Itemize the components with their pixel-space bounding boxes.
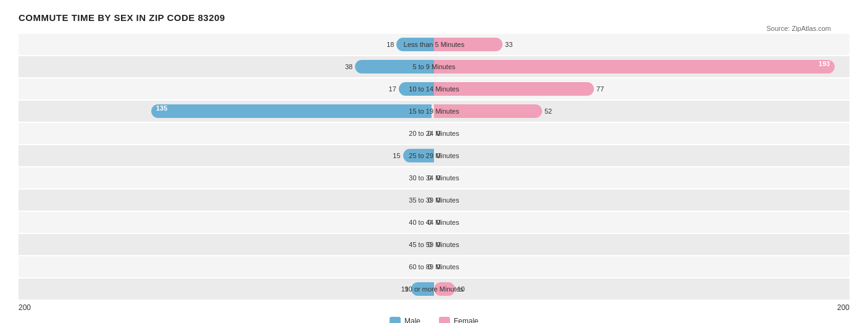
female-value: 0 bbox=[436, 241, 440, 248]
male-value: 0 bbox=[428, 263, 432, 271]
left-section: 17 bbox=[19, 78, 434, 99]
left-section: 0 bbox=[19, 256, 434, 277]
female-bar bbox=[434, 38, 503, 51]
chart-row: 0020 to 24 Minutes bbox=[19, 123, 849, 144]
male-value: 18 bbox=[386, 41, 394, 48]
legend: Male Female bbox=[19, 317, 849, 323]
legend-male-box bbox=[390, 317, 401, 323]
left-section: 0 bbox=[19, 190, 434, 211]
chart-row: 0035 to 39 Minutes bbox=[19, 190, 849, 211]
left-section: 11 bbox=[19, 279, 434, 300]
female-bar: 193 bbox=[434, 60, 835, 73]
left-section: 15 bbox=[19, 145, 434, 166]
chart-row: 0045 to 59 Minutes bbox=[19, 234, 849, 255]
male-value: 11 bbox=[401, 285, 409, 293]
left-section: 18 bbox=[19, 34, 434, 55]
chart-row: 0030 to 34 Minutes bbox=[19, 167, 849, 188]
chart-row: 1355215 to 19 Minutes bbox=[19, 101, 849, 122]
female-value: 33 bbox=[505, 41, 512, 48]
female-value: 77 bbox=[596, 85, 604, 93]
left-section: 0 bbox=[19, 167, 434, 188]
right-section: 193 bbox=[434, 56, 849, 77]
chart-row: 381935 to 9 Minutes bbox=[19, 56, 849, 77]
rows-container: 1833Less than 5 Minutes381935 to 9 Minut… bbox=[19, 34, 849, 300]
female-bar bbox=[434, 82, 594, 96]
chart-row: 0060 to 89 Minutes bbox=[19, 256, 849, 277]
legend-female-box bbox=[439, 317, 450, 323]
male-value-inside: 135 bbox=[156, 104, 167, 112]
right-section: 77 bbox=[434, 78, 849, 99]
chart-row: 1833Less than 5 Minutes bbox=[19, 34, 849, 55]
male-bar bbox=[411, 282, 434, 296]
right-section: 10 bbox=[434, 279, 849, 300]
right-section: 0 bbox=[434, 145, 849, 166]
male-value: 0 bbox=[428, 196, 432, 204]
chart-row: 111090 or more Minutes bbox=[19, 279, 849, 300]
legend-female: Female bbox=[439, 317, 478, 323]
male-value: 0 bbox=[428, 241, 432, 248]
legend-male-label: Male bbox=[404, 317, 420, 323]
male-bar: 135 bbox=[151, 104, 432, 118]
female-value: 0 bbox=[436, 219, 440, 226]
right-section: 0 bbox=[434, 190, 849, 211]
female-value: 0 bbox=[436, 174, 440, 182]
male-value: 38 bbox=[345, 63, 353, 70]
female-bar bbox=[434, 282, 455, 296]
female-value: 0 bbox=[436, 196, 440, 204]
female-bar bbox=[434, 104, 542, 118]
left-section: 0 bbox=[19, 212, 434, 233]
chart-title: COMMUTE TIME BY SEX IN ZIP CODE 83209 bbox=[19, 12, 849, 23]
legend-female-label: Female bbox=[454, 317, 478, 323]
female-value: 10 bbox=[457, 285, 465, 293]
male-bar bbox=[396, 38, 434, 51]
axis-left: 200 bbox=[19, 303, 31, 312]
chart-row: 177710 to 14 Minutes bbox=[19, 78, 849, 99]
female-value: 0 bbox=[436, 152, 440, 159]
right-section: 0 bbox=[434, 256, 849, 277]
male-bar bbox=[403, 149, 434, 162]
female-value: 0 bbox=[436, 130, 440, 137]
right-section: 0 bbox=[434, 123, 849, 144]
male-value: 0 bbox=[428, 130, 432, 137]
right-section: 33 bbox=[434, 34, 849, 55]
right-section: 0 bbox=[434, 167, 849, 188]
left-section: 0 bbox=[19, 123, 434, 144]
axis-right: 200 bbox=[837, 303, 849, 312]
female-value-inside: 193 bbox=[819, 60, 830, 67]
chart-row: 0040 to 44 Minutes bbox=[19, 212, 849, 233]
female-value: 0 bbox=[436, 263, 440, 271]
male-value: 17 bbox=[389, 85, 396, 93]
right-section: 52 bbox=[434, 101, 849, 122]
chart-row: 15025 to 29 Minutes bbox=[19, 145, 849, 166]
source-label: Source: ZipAtlas.com bbox=[766, 25, 831, 32]
left-section: 38 bbox=[19, 56, 434, 77]
male-value: 0 bbox=[428, 174, 432, 182]
left-section: 135 bbox=[19, 101, 434, 122]
male-bar bbox=[399, 82, 434, 96]
left-section: 0 bbox=[19, 234, 434, 255]
right-section: 0 bbox=[434, 234, 849, 255]
chart-area: 1833Less than 5 Minutes381935 to 9 Minut… bbox=[19, 34, 849, 323]
female-value: 52 bbox=[545, 107, 552, 115]
male-bar bbox=[355, 60, 434, 73]
male-value: 0 bbox=[428, 219, 432, 226]
axis-row: 200 200 bbox=[19, 303, 849, 312]
male-value: 15 bbox=[393, 152, 400, 159]
right-section: 0 bbox=[434, 212, 849, 233]
legend-male: Male bbox=[390, 317, 420, 323]
